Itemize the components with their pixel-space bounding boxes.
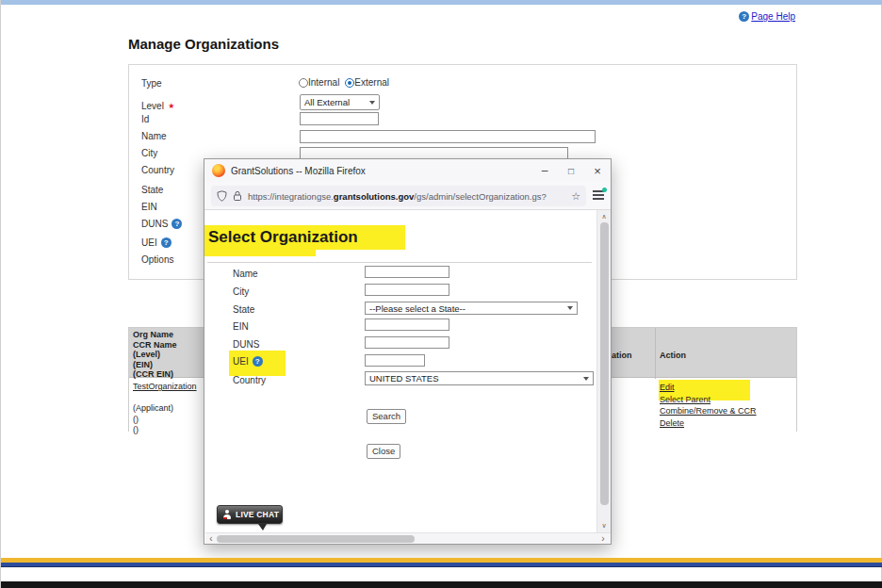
col1-header-line: (EIN)	[133, 360, 177, 370]
popup-content: Select Organization Name City State --Pl…	[204, 210, 596, 532]
popup-label-uei: UEI	[233, 356, 249, 367]
page-root: ? Page Help Manage Organizations Type Le…	[0, 0, 882, 588]
popup-label-name: Name	[233, 269, 258, 279]
chevron-down-icon	[583, 377, 589, 381]
type-external-radio[interactable]	[345, 78, 354, 88]
popup-ein-input[interactable]	[365, 318, 449, 331]
filter-label-type: Type	[141, 78, 162, 89]
live-chat-button[interactable]: LIVE CHAT	[217, 505, 283, 524]
action-link-delete[interactable]: Delete	[660, 418, 684, 428]
type-internal-label: Internal	[308, 77, 339, 88]
type-external-label: External	[354, 77, 389, 88]
filter-label-id: Id	[141, 114, 149, 124]
popup-name-input[interactable]	[365, 266, 449, 278]
heading-divider	[207, 262, 592, 263]
level-select[interactable]: All External	[300, 94, 380, 110]
action-column-header: Action	[660, 351, 686, 361]
page-help-link[interactable]: Page Help	[751, 11, 795, 22]
filter-label-name: Name	[141, 131, 167, 141]
popup-label-state: State	[233, 304, 254, 315]
url-domain: grantsolutions.gov	[334, 191, 415, 202]
filter-label-uei: UEI	[141, 237, 157, 248]
action-link-combine-remove-ccr[interactable]: Combine/Remove & CCR	[660, 406, 757, 416]
type-internal-radio[interactable]	[299, 78, 308, 88]
popup-window-title: GrantSolutions -- Mozilla Firefox	[231, 166, 366, 176]
popup-title-bar[interactable]: GrantSolutions -- Mozilla Firefox – □ ×	[204, 159, 611, 182]
popup-country-select[interactable]: UNITED STATES	[365, 371, 594, 385]
col1-header-line: Org Name	[133, 330, 177, 340]
popup-label-duns: DUNS	[233, 339, 259, 350]
popup-label-ein: EIN	[233, 321, 249, 332]
popup-uei-help-icon[interactable]: ?	[253, 356, 263, 367]
popup-label-city: City	[233, 286, 249, 297]
menu-hamburger-icon[interactable]	[593, 190, 605, 202]
filter-label-city: City	[141, 148, 157, 158]
org-detail-line: ()	[133, 425, 139, 434]
popup-country-select-value: UNITED STATES	[369, 373, 439, 384]
popup-heading: Select Organization	[208, 228, 358, 247]
page-help-icon: ?	[739, 11, 749, 22]
action-link-select-parent[interactable]: Select Parent	[660, 395, 710, 404]
person-icon	[222, 510, 232, 520]
col2-header-fragment: ation	[612, 351, 632, 361]
popup-label-country: Country	[233, 375, 266, 385]
vertical-scroll-thumb[interactable]	[600, 222, 609, 505]
close-button[interactable]: Close	[367, 444, 400, 459]
org-name-link[interactable]: TestOrganization	[133, 382, 197, 391]
uei-help-icon[interactable]: ?	[161, 237, 172, 248]
duns-help-icon[interactable]: ?	[172, 219, 182, 229]
popup-duns-input[interactable]	[365, 336, 449, 349]
popup-window: GrantSolutions -- Mozilla Firefox – □ × …	[204, 158, 612, 545]
top-accent-bar	[1, 0, 882, 5]
footer-black-bar	[1, 581, 882, 588]
required-asterisk-icon: ★	[168, 102, 174, 110]
bookmark-star-icon[interactable]: ☆	[571, 190, 580, 203]
filter-label-duns: DUNS	[141, 219, 168, 229]
scroll-up-icon[interactable]: ∧	[597, 213, 611, 220]
filter-label-country: Country	[141, 165, 174, 175]
url-path: /gs/admin/selectOrganization.gs?	[414, 191, 546, 202]
name-input[interactable]	[300, 130, 596, 143]
horizontal-scroll-thumb[interactable]	[217, 535, 415, 543]
firefox-icon	[212, 164, 225, 177]
id-input[interactable]	[300, 112, 379, 125]
chevron-down-icon	[567, 306, 573, 310]
level-select-value: All External	[304, 97, 350, 107]
vertical-scrollbar[interactable]: ∧ ∨	[596, 210, 611, 532]
popup-state-select-value: --Please select a State--	[369, 303, 466, 314]
org-detail-line: ()	[133, 415, 139, 424]
col1-header-line: (Level)	[133, 350, 177, 360]
page-help[interactable]: ? Page Help	[739, 11, 795, 22]
minimize-icon[interactable]: –	[537, 164, 552, 177]
url-prefix: https://integrationgse.	[248, 191, 334, 202]
address-bar[interactable]: https://integrationgse.grantsolutions.go…	[211, 186, 586, 206]
horizontal-scrollbar[interactable]: ‹ ›	[205, 532, 611, 544]
close-icon[interactable]: ×	[590, 164, 605, 178]
filter-label-options: Options	[141, 254, 173, 265]
filter-label-state: State	[141, 185, 163, 195]
col1-header-line: (CCR EIN)	[133, 369, 177, 380]
org-detail-line: (Applicant)	[133, 403, 173, 413]
chevron-down-icon	[369, 101, 375, 105]
heading-highlight-strip	[204, 250, 316, 256]
footer-blue-bar	[1, 563, 882, 567]
filter-label-level: Level	[141, 101, 164, 111]
popup-city-input[interactable]	[365, 284, 449, 296]
search-button[interactable]: Search	[367, 409, 406, 424]
popup-uei-input[interactable]	[365, 354, 425, 367]
col1-header-line: CCR Name	[133, 340, 177, 351]
scroll-down-icon[interactable]: ∨	[597, 522, 611, 530]
popup-url-bar: https://integrationgse.grantsolutions.go…	[204, 182, 611, 210]
live-chat-label: LIVE CHAT	[236, 510, 279, 519]
filter-label-ein: EIN	[141, 202, 157, 212]
scroll-left-icon[interactable]: ‹	[205, 535, 217, 543]
action-link-edit[interactable]: Edit	[660, 383, 675, 392]
shield-icon[interactable]	[217, 190, 227, 202]
lock-icon[interactable]	[233, 190, 242, 202]
speech-bubble-tail	[258, 524, 267, 531]
page-title: Manage Organizations	[128, 36, 279, 52]
maximize-icon[interactable]: □	[564, 166, 579, 176]
menu-notification-dot	[602, 188, 607, 192]
popup-state-select[interactable]: --Please select a State--	[365, 302, 578, 315]
scroll-right-icon[interactable]: ›	[597, 535, 609, 543]
